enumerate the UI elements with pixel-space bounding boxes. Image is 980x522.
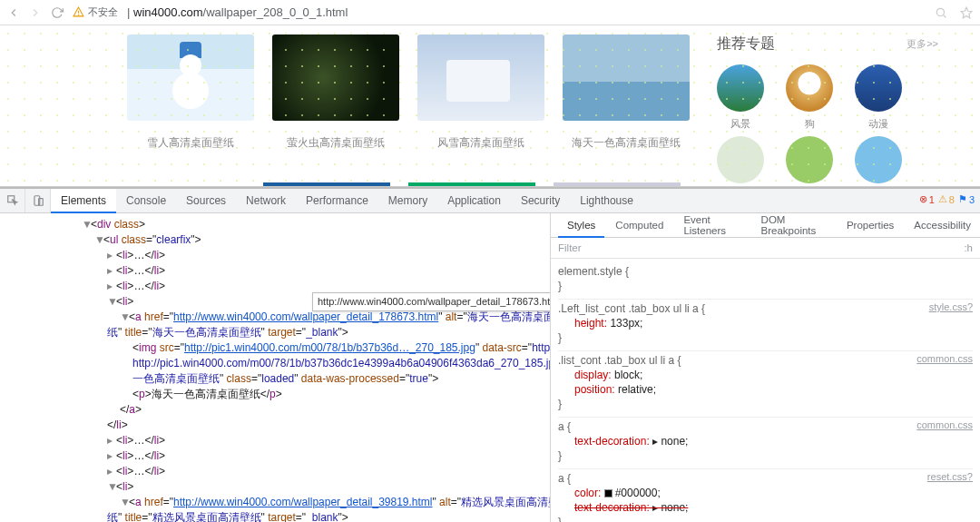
tab-elements[interactable]: Elements <box>51 189 116 213</box>
wallpaper-cards-row2 <box>263 182 681 187</box>
wallpaper-thumb <box>272 34 399 121</box>
back-icon[interactable] <box>7 6 20 19</box>
wallpaper-thumb[interactable] <box>263 182 390 187</box>
url-display[interactable]: | win4000.com/wallpaper_208_0_0_1.html <box>127 5 348 19</box>
wallpaper-thumb[interactable] <box>554 182 681 187</box>
tab-console[interactable]: Console <box>116 189 176 212</box>
elements-tree[interactable]: ▼<div class> ▼<ul class="clearfix"> ▸<li… <box>0 213 551 522</box>
devtools: Elements Console Sources Network Perform… <box>0 187 980 522</box>
search-icon[interactable] <box>935 6 947 19</box>
link-tooltip: http://www.win4000.com/wallpaper_detail_… <box>312 292 551 311</box>
tab-memory[interactable]: Memory <box>378 189 437 212</box>
tab-dom-breakpoints[interactable]: DOM Breakpoints <box>752 213 836 237</box>
styles-tabs: Styles Computed Event Listeners DOM Brea… <box>551 213 980 238</box>
tab-security[interactable]: Security <box>511 189 570 212</box>
tab-network[interactable]: Network <box>236 189 296 212</box>
star-icon[interactable] <box>960 6 973 19</box>
tab-accessibility[interactable]: Accessibility <box>905 213 980 237</box>
svg-point-2 <box>936 8 944 15</box>
styles-filter[interactable]: Filter <box>558 242 582 253</box>
device-toggle-icon[interactable] <box>25 189 51 212</box>
svg-line-3 <box>944 15 946 17</box>
tab-event-listeners[interactable]: Event Listeners <box>674 213 750 237</box>
style-rules[interactable]: element.style {}style.css?.Left_list_con… <box>551 259 980 522</box>
error-counters[interactable]: ⊗1 ⚠8 ⚑3 <box>919 193 975 205</box>
browser-address-bar: 不安全 | win4000.com/wallpaper_208_0_0_1.ht… <box>0 0 980 25</box>
reload-icon[interactable] <box>51 6 64 19</box>
page-content: 雪人高清桌面壁纸 萤火虫高清桌面壁纸 风雪高清桌面壁纸 海天一色高清桌面壁纸 推… <box>0 25 980 187</box>
tab-computed[interactable]: Computed <box>606 213 672 237</box>
tab-styles[interactable]: Styles <box>558 214 604 238</box>
svg-point-1 <box>78 15 79 15</box>
inspect-element-icon[interactable] <box>0 189 25 212</box>
tab-performance[interactable]: Performance <box>296 189 378 212</box>
tab-lighthouse[interactable]: Lighthouse <box>570 189 643 212</box>
forward-icon[interactable] <box>29 6 42 19</box>
wallpaper-card[interactable]: 萤火虫高清桌面壁纸 <box>272 34 399 186</box>
tab-sources[interactable]: Sources <box>176 189 236 212</box>
styles-panel: Styles Computed Event Listeners DOM Brea… <box>551 213 980 522</box>
svg-marker-4 <box>961 7 972 18</box>
wallpaper-thumb[interactable] <box>408 182 535 187</box>
tab-properties[interactable]: Properties <box>838 213 903 237</box>
wallpaper-thumb <box>417 34 544 121</box>
tab-application[interactable]: Application <box>437 189 511 212</box>
wallpaper-cards: 雪人高清桌面壁纸 萤火虫高清桌面壁纸 风雪高清桌面壁纸 海天一色高清桌面壁纸 <box>127 34 690 186</box>
insecure-label: 不安全 <box>88 5 118 19</box>
pseudo-hover-toggle[interactable]: :h <box>964 242 973 253</box>
devtools-tabs: Elements Console Sources Network Perform… <box>0 189 980 213</box>
security-warning[interactable]: 不安全 <box>73 5 118 19</box>
